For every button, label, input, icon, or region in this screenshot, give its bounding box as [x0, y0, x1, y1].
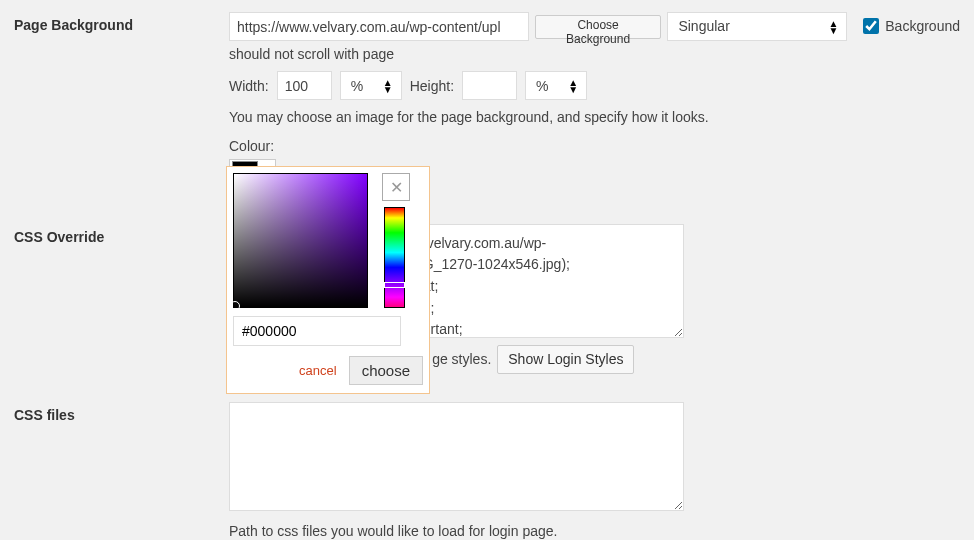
bg-repeat-value: Singular — [678, 15, 729, 37]
close-icon: ✕ — [390, 178, 403, 197]
bg-repeat-select[interactable]: Singular ▲▼ — [667, 12, 847, 41]
show-login-styles-button[interactable]: Show Login Styles — [497, 345, 634, 374]
colour-label: Colour: — [229, 135, 960, 157]
css-override-hint-visible: ge styles. — [432, 348, 491, 370]
bg-fixed-checkbox[interactable] — [863, 18, 879, 34]
picker-cancel-link[interactable]: cancel — [299, 363, 337, 378]
bg-help-text: You may choose an image for the page bac… — [229, 106, 960, 128]
height-label: Height: — [410, 75, 454, 97]
width-unit-select[interactable]: % ▲▼ — [340, 71, 402, 100]
bg-url-input[interactable] — [229, 12, 529, 41]
chevron-updown-icon: ▲▼ — [568, 79, 578, 93]
chevron-updown-icon: ▲▼ — [828, 20, 838, 34]
height-unit-select[interactable]: % ▲▼ — [525, 71, 587, 100]
picker-close-button[interactable]: ✕ — [382, 173, 410, 201]
css-files-textarea[interactable] — [229, 402, 684, 511]
picker-hue-marker — [384, 282, 405, 288]
picker-hue-slider[interactable] — [384, 207, 405, 308]
chevron-updown-icon: ▲▼ — [383, 79, 393, 93]
picker-hex-input[interactable] — [233, 316, 401, 346]
picker-choose-button[interactable]: choose — [349, 356, 423, 385]
label-css-override: CSS Override — [14, 224, 229, 245]
picker-sv-marker — [230, 301, 240, 311]
label-css-files: CSS files — [14, 402, 229, 423]
label-page-background: Page Background — [14, 12, 229, 33]
choose-background-button[interactable]: Choose Background — [535, 15, 662, 39]
height-input[interactable] — [462, 71, 517, 100]
height-unit-value: % — [536, 75, 548, 97]
width-label: Width: — [229, 75, 269, 97]
colour-picker: ✕ cancel choose — [226, 166, 430, 394]
width-input[interactable] — [277, 71, 332, 100]
width-unit-value: % — [351, 75, 363, 97]
bg-fixed-hint: should not scroll with page — [229, 43, 960, 65]
css-files-help: Path to css files you would like to load… — [229, 520, 960, 540]
picker-sv-area[interactable] — [233, 173, 368, 308]
bg-fixed-label: Background — [885, 15, 960, 37]
